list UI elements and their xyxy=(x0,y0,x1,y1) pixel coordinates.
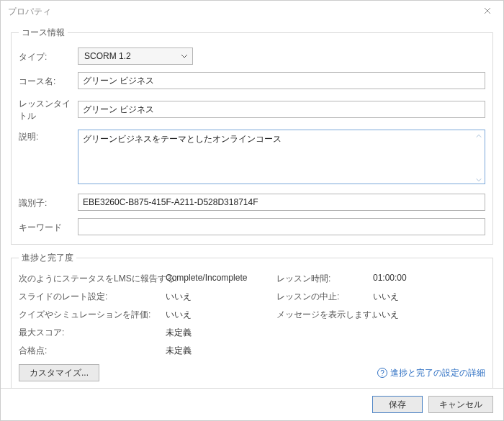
course-info-legend: コース情報 xyxy=(19,27,68,39)
course-name-input[interactable] xyxy=(78,72,485,89)
status-label: メッセージを表示します。 xyxy=(276,309,370,321)
status-label xyxy=(276,345,370,357)
status-label xyxy=(276,327,370,339)
cancel-button[interactable]: キャンセル xyxy=(428,396,493,413)
lesson-title-input[interactable] xyxy=(78,101,485,118)
customize-button[interactable]: カスタマイズ... xyxy=(19,364,99,381)
label-keywords: キーワード xyxy=(19,220,78,234)
course-info-group: コース情報 タイプ: SCORM 1.2 コース名: xyxy=(11,27,493,245)
label-description: 説明: xyxy=(19,130,78,143)
dialog-footer: 保存 キャンセル xyxy=(1,388,503,420)
scroll-up-icon[interactable] xyxy=(474,131,484,141)
status-value xyxy=(373,345,459,357)
keywords-input[interactable] xyxy=(78,218,485,235)
label-lesson-title: レッスンタイトル xyxy=(19,96,78,122)
window-title: プロパティ xyxy=(8,6,51,18)
label-course-name: コース名: xyxy=(19,74,78,88)
identifier-input[interactable] xyxy=(78,194,485,211)
close-icon xyxy=(484,6,491,17)
status-label: 次のようにステータスをLMSに報告する: xyxy=(19,273,163,285)
status-label: 合格点: xyxy=(19,345,163,357)
status-value: 01:00:00 xyxy=(373,273,459,285)
label-type: タイプ: xyxy=(19,50,78,63)
label-identifier: 識別子: xyxy=(19,196,78,209)
status-value xyxy=(373,327,459,339)
status-label: クイズやシミュレーションを評価: xyxy=(19,309,163,321)
status-value: いいえ xyxy=(166,309,274,321)
save-button[interactable]: 保存 xyxy=(372,396,423,413)
type-value: SCORM 1.2 xyxy=(84,51,131,61)
close-button[interactable] xyxy=(472,1,503,22)
status-value: 未定義 xyxy=(166,345,274,357)
progress-help-link[interactable]: ? 進捗と完了の設定の詳細 xyxy=(377,367,485,379)
status-value: いいえ xyxy=(373,291,459,303)
status-label: 最大スコア: xyxy=(19,327,163,339)
help-link-label: 進捗と完了の設定の詳細 xyxy=(390,367,485,379)
titlebar: プロパティ xyxy=(1,1,503,22)
help-icon: ? xyxy=(377,368,387,378)
status-label: レッスン時間: xyxy=(276,273,370,285)
status-value: いいえ xyxy=(373,309,459,321)
properties-dialog: プロパティ コース情報 タイプ: SCORM 1.2 xyxy=(0,0,504,421)
status-label: スライドのレート設定: xyxy=(19,291,163,303)
status-value: 未定義 xyxy=(166,327,274,339)
type-dropdown[interactable]: SCORM 1.2 xyxy=(78,47,193,65)
status-grid: 次のようにステータスをLMSに報告する: Complete/Incomplete… xyxy=(19,273,485,357)
progress-legend: 進捗と完了度 xyxy=(19,252,76,264)
status-label: レッスンの中止: xyxy=(276,291,370,303)
scroll-down-icon[interactable] xyxy=(474,175,484,185)
status-value: Complete/Incomplete xyxy=(166,273,274,285)
dialog-content: コース情報 タイプ: SCORM 1.2 コース名: xyxy=(1,22,503,388)
description-textarea[interactable] xyxy=(78,130,485,184)
status-value: いいえ xyxy=(166,291,274,303)
chevron-down-icon xyxy=(181,53,188,60)
progress-group: 進捗と完了度 次のようにステータスをLMSに報告する: Complete/Inc… xyxy=(11,252,493,388)
